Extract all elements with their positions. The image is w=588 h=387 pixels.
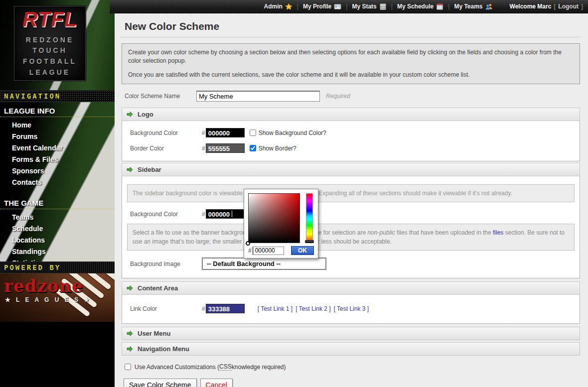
green-arrow-icon [127, 285, 133, 291]
field-label: Background Color [127, 129, 202, 136]
topbar-separator: | [391, 3, 393, 10]
topbar-item-my-schedule[interactable]: My Schedule [397, 3, 443, 10]
topbar-item-my-profile[interactable]: My Profile [303, 3, 341, 10]
topbar-separator: | [448, 3, 449, 10]
color-scheme-name-input[interactable] [196, 91, 320, 102]
color-picker-popup: # OK [244, 189, 318, 258]
test-link-1[interactable]: [ Test Link 1 ] [258, 305, 293, 312]
sidebar-item-home[interactable]: Home [0, 120, 115, 131]
section-header-sidebar[interactable]: Sidebar [122, 163, 580, 176]
sidebar-item-locations[interactable]: Locations [0, 235, 115, 246]
navigation-banner: NAVIGATION [0, 90, 115, 102]
hue-slider-handle[interactable] [305, 240, 314, 243]
section-title: Logo [138, 111, 153, 118]
background-image-row: Background Image -- Default Background -… [122, 255, 580, 273]
saturation-value-square[interactable] [248, 193, 300, 243]
topbar-item-admin[interactable]: Admin [264, 3, 292, 10]
intro-paragraph-2: Once you are satisfied with the current … [128, 71, 574, 79]
section-header-content-area[interactable]: Content Area [122, 281, 580, 295]
vcard-icon [334, 3, 341, 10]
intro-paragraph-1: Create your own color scheme by choosing… [128, 48, 574, 66]
sidebar-item-forums[interactable]: Forums [0, 131, 115, 142]
page-title: New Color Scheme [121, 19, 581, 37]
note-emphasis: non-public [367, 229, 395, 236]
league-logo-abbr: RTFL [22, 9, 78, 30]
calculator-icon [379, 3, 387, 10]
powered-by-logo[interactable]: redzone ★ L E A G U E S ★ [0, 273, 115, 322]
sidebar-item-event-calendar[interactable]: Event Calendar [0, 142, 115, 154]
test-link-2[interactable]: [ Test Link 2 ] [295, 305, 330, 312]
green-arrow-icon [127, 111, 133, 118]
sidebar-item-sponsors[interactable]: Sponsors [0, 165, 115, 177]
picker-hex-row: # OK [248, 246, 314, 255]
logout-bracket: [ [554, 3, 556, 10]
logo-border-color-field[interactable]: 555555 [206, 143, 245, 153]
league-logo-line: TOUCH [32, 45, 67, 56]
required-hint: Required [326, 93, 350, 100]
hash-prefix: # [202, 129, 205, 136]
sidebar-item-standings[interactable]: Standings [0, 246, 115, 258]
section-header-navigation-menu[interactable]: Navigation Menu [122, 342, 580, 356]
section-title: Sidebar [138, 166, 161, 173]
css-abbr: CSS [219, 363, 232, 371]
topbar-item-my-stats[interactable]: My Stats [352, 3, 386, 10]
background-image-select[interactable]: -- Default Background -- [202, 258, 326, 270]
text-caret [232, 211, 232, 217]
sidebar-item-schedule[interactable]: Schedule [0, 223, 115, 235]
logout-bracket: ] [581, 3, 583, 10]
green-arrow-icon [127, 346, 133, 352]
league-sidebar: RTFL REDZONE TOUCH FOOTBALL LEAGUE NAVIG… [0, 0, 115, 387]
color-selection-marker[interactable] [246, 241, 250, 246]
cancel-button[interactable]: Cancel [200, 379, 233, 387]
hue-slider[interactable] [306, 193, 313, 243]
advanced-customizations-checkbox[interactable] [125, 364, 131, 370]
section-header-user-menu[interactable]: User Menu [122, 327, 580, 340]
sidebar-color-note: The sidebar background color is viewable… [127, 184, 575, 202]
form-buttons: Save Color Scheme Cancel [122, 379, 580, 387]
hex-color-input[interactable] [252, 247, 284, 255]
topbar-separator: | [297, 3, 298, 10]
files-link[interactable]: files [493, 229, 503, 236]
topbar-separator: | [346, 3, 347, 10]
star-icon [285, 3, 293, 10]
sidebar-background-color-field[interactable]: 000000 [206, 209, 245, 219]
sidebar-background-color-row: Background Color # 000000 [122, 206, 580, 222]
sidebar-item-contacts[interactable]: Contacts [0, 177, 115, 188]
section-box-sidebar: The sidebar background color is viewable… [122, 176, 580, 278]
show-border-checkbox[interactable] [250, 145, 256, 151]
hash-prefix: # [202, 211, 205, 218]
league-logo-line: FOOTBALL [23, 56, 77, 67]
test-link-3[interactable]: [ Test Link 3 ] [334, 305, 369, 312]
section-header-logo[interactable]: Logo [122, 108, 580, 121]
hash-prefix: # [248, 247, 252, 254]
league-logo[interactable]: RTFL REDZONE TOUCH FOOTBALL LEAGUE [14, 6, 86, 81]
field-label: Background Image [127, 260, 202, 267]
test-links: [ Test Link 1 ] [ Test Link 2 ] [ Test L… [258, 305, 369, 312]
section-box-content-area: Link Color # 333388 [ Test Link 1 ] [ Te… [122, 295, 580, 324]
calendar-icon [436, 3, 443, 10]
sidebar-item-teams[interactable]: Teams [0, 212, 115, 223]
sidebar-item-statistics[interactable]: Statistics [0, 258, 115, 261]
field-label: Link Color [127, 305, 202, 312]
link-color-row: Link Color # 333388 [ Test Link 1 ] [ Te… [122, 299, 580, 318]
advanced-label-suffix: knowledge required) [232, 364, 286, 371]
group-icon [485, 3, 493, 10]
content-area: New Color Scheme Create your own color s… [115, 13, 588, 387]
link-color-field[interactable]: 333388 [206, 304, 245, 313]
logout-link[interactable]: Logout [558, 3, 579, 10]
background-image-note: Select a file to use as the banner backg… [127, 224, 575, 251]
field-label: Border Color [127, 145, 202, 152]
color-scheme-name-row: Color Scheme Name Required [122, 91, 580, 102]
show-background-color-checkbox[interactable] [250, 129, 256, 136]
logo-background-color-field[interactable]: 000000 [206, 128, 245, 137]
sidebar-item-forms-files[interactable]: Forms & Files [0, 154, 115, 165]
advanced-customizations-row: Use Advanced Customizations (CSS knowled… [122, 363, 580, 371]
redzone-leagues-text: ★ L E A G U E S ★ [5, 296, 91, 303]
logo-border-color-row: Border Color # 555555 Show Border? [122, 140, 580, 156]
ok-button[interactable]: OK [291, 246, 314, 255]
league-logo-line: LEAGUE [29, 67, 70, 78]
color-scheme-name-label: Color Scheme Name [122, 93, 196, 100]
save-color-scheme-button[interactable]: Save Color Scheme [124, 379, 197, 387]
intro-box: Create your own color scheme by choosing… [122, 43, 580, 84]
topbar-item-my-teams[interactable]: My Teams [454, 3, 492, 10]
